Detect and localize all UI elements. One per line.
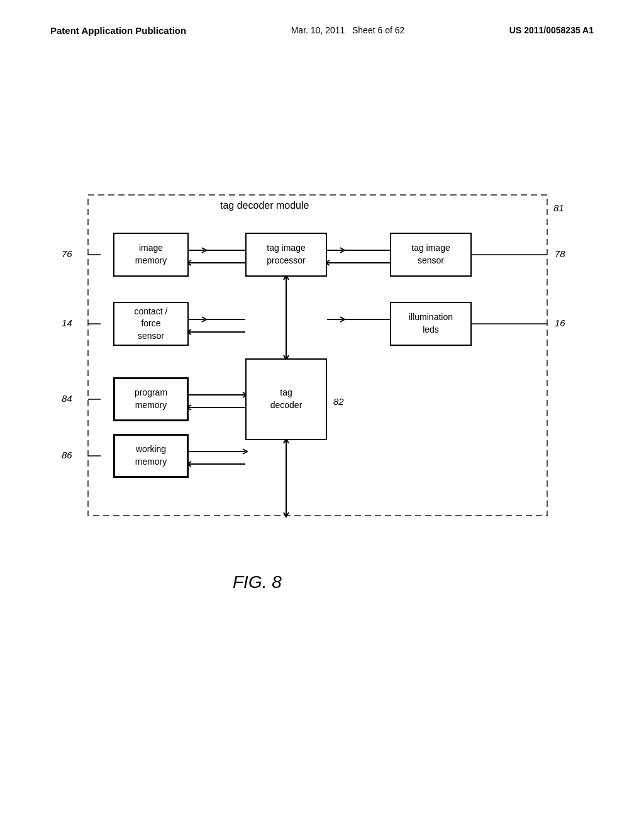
ref-78: 78 <box>555 248 565 259</box>
publication-label: Patent Application Publication <box>50 25 186 36</box>
ref-84: 84 <box>62 393 72 404</box>
sheet-info: Mar. 10, 2011 Sheet 6 of 62 <box>291 25 405 35</box>
ref-16: 16 <box>555 318 565 328</box>
tag-image-sensor-box: tag imagesensor <box>390 233 472 277</box>
illumination-leds-box: illuminationleds <box>390 302 472 346</box>
tag-decoder-box: tagdecoder <box>245 358 327 440</box>
working-memory-label: workingmemory <box>135 443 167 468</box>
contact-force-sensor-box: contact /forcesensor <box>113 302 189 346</box>
ref-14: 14 <box>62 318 72 328</box>
tag-image-sensor-label: tag imagesensor <box>411 242 450 267</box>
illumination-leds-label: illuminationleds <box>409 311 453 336</box>
module-label: tag decoder module <box>220 200 309 211</box>
tag-image-processor-label: tag imageprocessor <box>267 242 305 267</box>
figure-label: FIG. 8 <box>233 572 282 592</box>
ref-82: 82 <box>333 396 344 407</box>
page-header: Patent Application Publication Mar. 10, … <box>0 0 644 36</box>
image-memory-label: imagememory <box>135 242 167 267</box>
patent-number: US 2011/0058235 A1 <box>509 25 594 35</box>
ref-76: 76 <box>62 248 72 259</box>
image-memory-box: imagememory <box>113 233 189 277</box>
tag-decoder-label: tagdecoder <box>270 387 303 411</box>
ref-86: 86 <box>62 450 72 460</box>
contact-force-sensor-label: contact /forcesensor <box>135 306 168 343</box>
ref-81: 81 <box>553 202 564 213</box>
program-memory-label: programmemory <box>135 387 167 411</box>
diagram-container: tag decoder module 81 imagememory tag im… <box>50 170 591 560</box>
program-memory-box: programmemory <box>113 377 189 421</box>
date-label: Mar. 10, 2011 <box>291 25 345 35</box>
working-memory-box: workingmemory <box>113 434 189 478</box>
tag-image-processor-box: tag imageprocessor <box>245 233 327 277</box>
sheet-label: Sheet 6 of 62 <box>352 25 404 35</box>
